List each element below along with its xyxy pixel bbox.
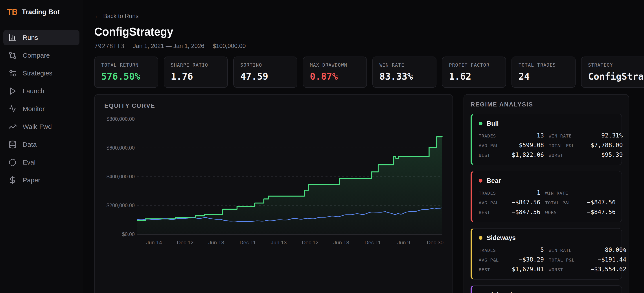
page-title: ConfigStrategy (94, 25, 644, 38)
total-pnl-label: TOTAL P&L (549, 257, 586, 263)
sideways-dot-icon (479, 236, 482, 240)
avg-pnl-label: AVG P&L (479, 143, 507, 148)
sidebar-item-label: Runs (23, 34, 38, 41)
svg-text:$400,000.00: $400,000.00 (106, 174, 135, 180)
sidebar: TB Trading Bot Runs Compare Strategies L… (0, 0, 83, 293)
sidebar-item-label: Eval (23, 159, 36, 166)
regime-name: Sideways (487, 234, 516, 242)
svg-text:$200,000.00: $200,000.00 (106, 203, 135, 208)
svg-text:Dec 11: Dec 11 (364, 240, 381, 246)
stat-label: SHARPE RATIO (171, 62, 221, 68)
stat-card-profit-factor: PROFIT FACTOR 1.62 (442, 56, 506, 88)
regime-card-bull: Bull TRADES 13 WIN RATE 92.31% AVG P&L $… (470, 114, 622, 165)
stat-label: TOTAL TRADES (518, 62, 568, 68)
database-icon (8, 140, 17, 149)
sidebar-nav: Runs Compare Strategies Launch Monitor W… (0, 24, 83, 196)
stat-value: 47.59 (240, 71, 290, 82)
win-rate-label: WIN RATE (549, 248, 586, 253)
regime-analysis-panel: REGIME ANALYSIS Bull TRADES 13 WIN RATE … (464, 94, 629, 293)
best-label: BEST (479, 153, 507, 158)
trending-up-icon (8, 123, 17, 131)
sidebar-item-label: Monitor (23, 105, 45, 113)
worst-value: −$847.56 (587, 209, 616, 215)
sidebar-item-strategies[interactable]: Strategies (3, 65, 80, 81)
best-label: BEST (479, 210, 507, 215)
best-value: −$847.56 (512, 209, 540, 215)
stat-card-total-trades: TOTAL TRADES 24 (512, 56, 576, 88)
run-meta: 79278ff3 Jan 1, 2021 — Jan 1, 2026 $100,… (94, 43, 644, 49)
dashed-circle-icon (8, 158, 17, 167)
stat-card-max-drawdown: MAX DRAWDOWN 0.87% (303, 56, 367, 88)
regime-analysis-title: REGIME ANALYSIS (470, 101, 622, 108)
worst-label: WORST (549, 267, 586, 272)
run-date-range: Jan 1, 2021 — Jan 1, 2026 (133, 43, 204, 49)
total-pnl-value: −$847.56 (587, 199, 616, 206)
sidebar-item-label: Walk-Fwd (23, 123, 52, 130)
stat-value: 1.76 (171, 71, 221, 82)
regime-stats-grid: TRADES 5 WIN RATE 80.00% AVG P&L −$38.29… (479, 246, 614, 273)
regime-title-row: Sideways (479, 234, 614, 242)
sliders-icon (8, 69, 17, 77)
stat-card-win-rate: WIN RATE 83.33% (372, 56, 436, 88)
regime-name: High Vol (487, 292, 512, 293)
svg-text:Jun 14: Jun 14 (146, 240, 162, 246)
stat-card-sharpe-ratio: SHARPE RATIO 1.76 (164, 56, 228, 88)
sidebar-item-monitor[interactable]: Monitor (3, 101, 80, 117)
equity-curve-card: EQUITY CURVE $0.00$200,000.00$400,000.00… (94, 94, 453, 293)
svg-text:Dec 12: Dec 12 (177, 240, 194, 246)
regime-title-row: Bear (479, 177, 614, 184)
svg-text:Jun 13: Jun 13 (208, 240, 224, 246)
trades-value: 13 (512, 132, 544, 139)
sidebar-item-data[interactable]: Data (3, 137, 80, 152)
regime-stats-grid: TRADES 1 WIN RATE — AVG P&L −$847.56 TOT… (479, 189, 614, 215)
main-content: ← Back to Runs ConfigStrategy 79278ff3 J… (84, 0, 644, 293)
win-rate-value: 80.00% (590, 246, 626, 253)
total-pnl-label: TOTAL P&L (549, 143, 586, 148)
sidebar-item-eval[interactable]: Eval (3, 155, 80, 170)
run-starting-capital: $100,000.00 (212, 43, 246, 49)
sidebar-item-label: Strategies (23, 69, 52, 77)
worst-value: −$3,554.62 (590, 266, 626, 273)
regime-name: Bear (487, 177, 501, 184)
best-value: $1,822.06 (512, 151, 544, 158)
sidebar-item-label: Paper (23, 176, 40, 184)
regime-stats-grid: TRADES 13 WIN RATE 92.31% AVG P&L $599.0… (479, 132, 614, 158)
stat-label: STRATEGY (588, 62, 644, 68)
worst-value: −$95.39 (590, 151, 623, 158)
svg-text:Dec 12: Dec 12 (302, 240, 318, 246)
regime-card-sideways: Sideways TRADES 5 WIN RATE 80.00% AVG P&… (470, 228, 622, 280)
best-label: BEST (479, 267, 507, 272)
stat-value: 576.50% (101, 71, 151, 82)
play-icon (8, 87, 17, 95)
stat-card-sortino: SORTINO 47.59 (233, 56, 297, 88)
app-logo: TB Trading Bot (0, 0, 83, 24)
activity-icon (8, 105, 17, 113)
avg-pnl-value: −$38.29 (512, 256, 544, 263)
app-title: Trading Bot (22, 8, 60, 16)
svg-text:$0.00: $0.00 (122, 231, 135, 237)
trades-label: TRADES (479, 133, 507, 139)
stat-value: 83.33% (380, 71, 430, 82)
left-arrow-icon: ← (94, 13, 100, 19)
win-rate-value: 92.31% (590, 132, 623, 139)
back-to-runs-link[interactable]: ← Back to Runs (94, 13, 139, 19)
avg-pnl-value: $599.08 (512, 142, 544, 148)
stats-row: TOTAL RETURN 576.50% SHARPE RATIO 1.76 S… (94, 56, 644, 88)
sidebar-item-compare[interactable]: Compare (3, 48, 80, 63)
regime-name: Bull (487, 120, 499, 127)
sidebar-item-paper[interactable]: Paper (3, 172, 80, 188)
bull-dot-icon (479, 122, 482, 125)
total-pnl-value: −$191.44 (590, 256, 626, 263)
svg-text:Jun 13: Jun 13 (334, 240, 349, 246)
svg-text:Dec 11: Dec 11 (240, 240, 256, 246)
sidebar-item-walk-fwd[interactable]: Walk-Fwd (3, 119, 80, 134)
avg-pnl-label: AVG P&L (479, 257, 507, 263)
sidebar-item-runs[interactable]: Runs (3, 30, 80, 45)
sidebar-item-launch[interactable]: Launch (3, 83, 80, 99)
equity-curve-title: EQUITY CURVE (104, 102, 452, 109)
back-link-label: Back to Runs (103, 13, 139, 19)
sidebar-item-label: Launch (23, 87, 44, 95)
stat-label: WIN RATE (380, 62, 430, 68)
bear-dot-icon (479, 179, 482, 183)
stat-value: 1.62 (449, 71, 499, 82)
